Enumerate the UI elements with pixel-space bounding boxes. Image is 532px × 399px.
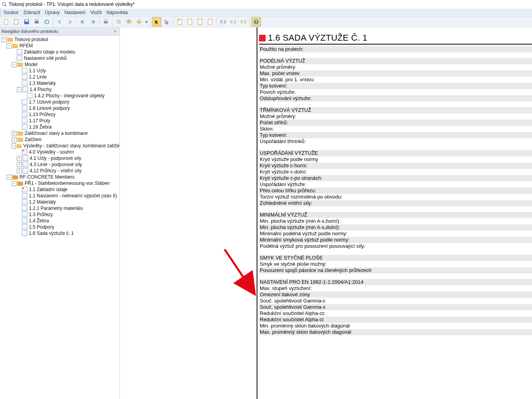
tb-link3-icon[interactable] [239, 17, 248, 27]
app-icon [2, 2, 7, 7]
dropdown-arrow-icon[interactable]: ▾ [145, 19, 148, 25]
tb-doc2-icon[interactable] [185, 17, 195, 27]
tree-item[interactable]: −Výsledky - zatěžovací stavy, kombinace … [2, 143, 120, 149]
tb-cursor-icon[interactable] [152, 17, 161, 27]
tb-refresh-icon[interactable] [42, 17, 52, 27]
tb-find2-icon[interactable] [124, 17, 134, 27]
doc-line: Souč. spolehlivosti Gamma-c [259, 298, 532, 304]
toolbar: ▾ ? [0, 16, 532, 27]
svg-rect-6 [35, 21, 39, 23]
tree-item[interactable]: 1.4.2 Plochy - integrované objekty [2, 93, 120, 99]
doc-line: Uspořádání třmínků: [259, 138, 532, 145]
tb-new-icon[interactable] [2, 17, 11, 27]
tree-item[interactable]: 1.2 Linie [2, 74, 120, 80]
tb-gear-icon[interactable] [134, 17, 144, 27]
tree-item[interactable]: 1.8 Liniové podpory [2, 105, 120, 111]
tree-model[interactable]: −Model [2, 61, 120, 68]
tree-item[interactable]: +4.3 Linie - podporové síly [2, 161, 120, 168]
doc-line: Použito na prutech: [259, 46, 532, 52]
tb-save-icon[interactable] [22, 17, 31, 27]
doc-line: Uspořádání výztuže: [259, 181, 532, 188]
menu-vlozit[interactable]: Vložit [90, 10, 102, 15]
svg-rect-5 [25, 20, 28, 21]
margin-rule [257, 27, 257, 399]
svg-text:?: ? [255, 20, 257, 24]
tree-item[interactable]: 1.5 Podpory [2, 224, 120, 230]
tree-item[interactable]: 1.7 Uzlové podpory [2, 99, 120, 105]
menu-zobrazit[interactable]: Zobrazit [23, 10, 40, 15]
tb-first-icon[interactable] [78, 17, 87, 27]
tree-item[interactable]: +4.12 Průřezy - vnitřní síly [2, 168, 120, 174]
tree-item[interactable]: +Zatížení [2, 136, 120, 143]
doc-line: Redukční součinitel Alpha-cc [259, 310, 532, 317]
doc-line: Posouzení spojů pásnice na členěných prů… [259, 267, 532, 274]
svg-rect-10 [105, 20, 107, 21]
tree-item[interactable]: 1.18 Žebra [2, 124, 120, 130]
tb-next-icon[interactable] [65, 17, 75, 27]
doc-subheading: NASTAVENÍ PRO EN 1992-1-1:2004/A1:2014 [259, 279, 532, 285]
doc-line: Krytí výztuže c-horní: [259, 163, 532, 169]
menu-nastaveni[interactable]: Nastavení [64, 10, 86, 15]
tree-item[interactable]: 1.4 Žebra [2, 218, 120, 224]
doc-subheading: SMYK VE STYČNÉ PLOŠE [259, 255, 532, 261]
doc-line: Povrch výztuže: [259, 89, 532, 95]
doc-line: Omezení tlakové zóny [259, 292, 532, 298]
close-icon[interactable]: × [112, 29, 118, 34]
svg-rect-9 [104, 21, 108, 23]
tb-help-icon[interactable]: ? [252, 17, 261, 27]
tree-item[interactable]: 1.6 Sada výztuže č. 1 [2, 230, 120, 236]
tb-link2-icon[interactable] [229, 17, 238, 27]
tree-item[interactable]: 1.1 Nastavení - nelineární výpočet (stav… [2, 193, 120, 199]
navigator-tree[interactable]: −Tiskový protokol −RFEM Základní údaje o… [0, 36, 120, 399]
tree-rfc[interactable]: −RF-CONCRETE Members [2, 174, 120, 180]
tree-item[interactable]: 1.2 Materiály [2, 199, 120, 205]
tb-find-icon[interactable] [114, 17, 123, 27]
tree-item[interactable]: Nastavení sítě prvků [2, 55, 120, 61]
tree-item[interactable]: 4.0 Výsledky - souhrn [2, 149, 120, 155]
tb-print-icon[interactable] [32, 17, 41, 27]
tree-item[interactable]: 1.3 Materiály [2, 80, 120, 86]
menu-napoveda[interactable]: Nápověda [106, 10, 128, 15]
menu-soubor[interactable]: Soubor [4, 10, 19, 15]
tree-pr1[interactable]: −PŘ1 - Stahlbetonbemessung von Stäben [2, 180, 120, 186]
tb-doc3-icon[interactable] [195, 17, 205, 27]
doc-line: Podélná výztuž pro posouzení posouvající… [259, 243, 532, 249]
tb-prev-icon[interactable] [55, 17, 64, 27]
tree-item[interactable]: 1.2.1 Parametry materiálu [2, 205, 120, 211]
tree-item[interactable]: +Zatěžovací stavy a kombinace [2, 130, 120, 136]
svg-rect-24 [208, 19, 212, 25]
tree-item[interactable]: 1.1 Uzly [2, 68, 120, 74]
doc-line: Možné průměry: [259, 64, 532, 70]
doc-line: Počet střihů: [259, 120, 532, 126]
tb-printer-icon[interactable] [101, 17, 111, 27]
svg-point-0 [2, 2, 5, 5]
tb-doc4-icon[interactable] [205, 17, 215, 27]
tree-item[interactable]: 1.13 Průřezy [2, 111, 120, 118]
tb-last-icon[interactable] [88, 17, 98, 27]
title-bar: Tiskový protokol - TP1: Vstupní data a r… [0, 0, 532, 9]
doc-line: Max. počet vrstev [259, 70, 532, 77]
doc-line: Min. plocha výztuže (min A-s,horní): [259, 218, 532, 224]
svg-rect-23 [198, 19, 202, 25]
tb-open-icon[interactable] [12, 17, 21, 27]
window-title: Tiskový protokol - TP1: Vstupní data a r… [9, 2, 135, 7]
tb-doc1-icon[interactable] [175, 17, 184, 27]
tree-item[interactable]: −1.4 Plochy [2, 86, 120, 93]
menu-upravy[interactable]: Úpravy [45, 10, 60, 15]
tb-cursor2-icon[interactable] [162, 17, 171, 27]
tree-rfem[interactable]: −RFEM [2, 43, 120, 49]
tree-item[interactable]: +4.1 Uzly - podporové síly [2, 155, 120, 161]
svg-point-15 [138, 21, 140, 23]
tree-item[interactable]: 1.3 Průřezy [2, 211, 120, 218]
doc-subheading: TŘMÍNKOVÁ VÝZTUŽ [259, 107, 532, 113]
doc-line: Typ kotvení: [259, 132, 532, 138]
tree-root[interactable]: −Tiskový protokol [2, 36, 120, 43]
tb-link1-icon[interactable] [218, 17, 228, 27]
tree-item[interactable]: Základní údaje o modelu [2, 49, 120, 55]
heading-marker-icon [259, 35, 266, 41]
doc-subheading: PODÉLNÁ VÝZTUŽ [259, 58, 532, 64]
svg-line-12 [120, 23, 121, 24]
doc-line: Redukční součinitel Alpha-ct [259, 317, 532, 323]
tree-item[interactable]: 1.17 Pruty [2, 118, 120, 124]
tree-item[interactable]: 1.1 Základní údaje [2, 186, 120, 193]
